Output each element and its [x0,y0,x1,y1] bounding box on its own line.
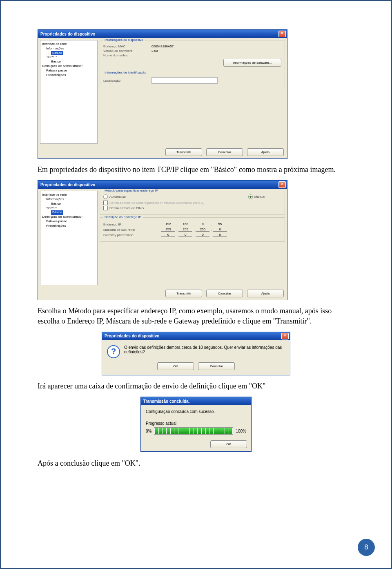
ip-octet[interactable]: 0 [196,222,209,226]
tree-item[interactable]: Básico [41,51,96,56]
transmit-button[interactable]: Transmitir [165,148,202,156]
mask-octet[interactable]: 255 [178,228,192,232]
titlebar: Propriedades do dispositivo × [38,30,287,38]
tree-item[interactable]: Predefinições [41,224,96,228]
transmit-button[interactable]: Transmitir [165,290,202,297]
tree-item[interactable]: Informações [41,47,96,51]
subnet-mask-row: Máscara de sub-rede: 255. 255. 255. 0 [103,228,281,232]
device-properties-window-2: Propriedades do dispositivo × Interface … [38,180,287,300]
hw-label: Versão do hardware: [103,49,148,53]
ip-method-group: Método para especificar endereço IP Auto… [100,191,285,215]
tree-item[interactable]: Definições de administrador [41,64,96,69]
pct-0: 0% [146,429,151,433]
ip-address-row: Endereço IP: 192. 168. 0. 55 [103,222,281,226]
tree-item[interactable]: TCP/IP [41,55,96,60]
document-page: Propriedades do dispositivo × Interface … [0,0,392,569]
question-icon: ? [107,345,120,358]
content-pane: Informações do dispositivo Endereço MAC:… [100,40,285,144]
software-info-button[interactable]: Informações de software... [223,59,281,67]
tree-item[interactable]: Palavra-passe [41,219,96,224]
paragraph-4: Após a conclusão clique em "OK". [38,458,354,468]
cancel-button[interactable]: Cancelar [198,362,235,370]
page-number-badge: 8 [358,539,375,556]
gw-octet[interactable]: 0 [161,233,175,237]
window-title: Propriedades do dispositivo [40,183,95,187]
mask-label: Máscara de sub-rede: [103,228,160,232]
ok-button[interactable]: OK [210,440,247,448]
ip-octet[interactable]: 192 [161,222,175,226]
help-button[interactable]: Ajuda [247,148,284,156]
device-properties-window-1: Propriedades do dispositivo × Interface … [38,29,287,159]
confirm-message: O envio das definições demora cerca de 1… [124,345,285,358]
button-row: Transmitir Cancelar Ajuda [38,146,287,158]
transmission-message: Configuração concluída com sucesso. [146,409,246,414]
gw-octet[interactable]: 0 [178,233,192,237]
dialog-title: Transmissão concluída. [143,399,189,404]
window-title: Propriedades do dispositivo [40,32,95,36]
mac-label: Endereço MAC: [103,45,148,48]
checkbox-apipa: Defina através do Endereçamento IP Priva… [103,201,205,205]
gateway-row: Gateway predefinido: 0. 0. 0. 0 [103,233,281,237]
progress-label: Progresso actual [146,421,246,426]
model-label: Nome do modelo: [103,54,148,57]
device-info-group: Informações do dispositivo Endereço MAC:… [100,40,285,70]
ip-label: Endereço IP: [103,223,160,226]
nav-tree[interactable]: Interface de rede Informações Básico TCP… [40,191,98,285]
cancel-button[interactable]: Cancelar [206,290,243,297]
mask-octet[interactable]: 0 [213,228,227,232]
group-legend: Definição do endereço IP [103,215,143,219]
titlebar: Propriedades do dispositivo × [102,332,290,340]
tree-item[interactable]: Predefinições [41,73,96,78]
close-icon[interactable]: × [278,31,286,37]
tree-item[interactable]: Informações [41,197,96,202]
mask-octet[interactable]: 255 [196,228,209,232]
location-input[interactable] [151,77,218,84]
tree-item[interactable]: Palavra-passe [41,69,96,73]
radio-manual[interactable]: Manual [248,194,265,199]
gateway-label: Gateway predefinido: [103,233,160,237]
radio-automatic[interactable]: Automático [103,194,126,199]
tree-item[interactable]: Interface de rede [41,193,96,197]
gw-octet[interactable]: 0 [196,233,209,237]
identification-group: Informações de identificação Localização… [100,73,285,88]
tree-item[interactable]: Básico [41,210,96,215]
mask-octet[interactable]: 255 [161,228,175,232]
tree-item[interactable]: Definições de administrador [41,215,96,219]
group-legend: Método para especificar endereço IP [103,189,159,192]
close-icon[interactable]: × [278,181,286,188]
paragraph-1: Em propriedades do dispositivo no item T… [38,165,354,174]
tree-item[interactable]: TCP/IP [41,206,96,211]
tree-item[interactable]: Interface de rede [41,42,96,47]
dialog-title: Propriedades do dispositivo [105,334,159,338]
tree-item[interactable]: Básico [41,60,96,64]
gw-octet[interactable]: 0 [213,233,227,237]
button-row: Transmitir Cancelar Ajuda [38,287,287,300]
pct-100: 100% [236,429,246,433]
group-legend: Informações do dispositivo [103,38,145,42]
content-pane: Método para especificar endereço IP Auto… [100,191,285,285]
titlebar: Propriedades do dispositivo × [38,181,287,189]
hw-value: 2.00 [151,49,158,53]
help-button[interactable]: Ajuda [247,290,284,297]
mac-value: 000048186A57 [151,45,174,48]
confirm-dialog: Propriedades do dispositivo × ? O envio … [102,332,290,375]
titlebar: Transmissão concluída. [141,397,251,405]
transmission-dialog: Transmissão concluída. Configuração conc… [140,397,252,452]
paragraph-3: Irá aparecer uma caixa de confirmação de… [38,381,354,391]
tree-item[interactable]: Básico [41,202,96,206]
paragraph-2: Escolha o Método para especificar endere… [38,306,354,326]
cancel-button[interactable]: Cancelar [206,148,243,156]
group-legend: Informações de identificação [103,71,147,74]
ip-octet[interactable]: 55 [213,222,227,226]
nav-tree[interactable]: Interface de rede Informações Básico TCP… [40,40,98,144]
location-label: Localização: [103,79,148,83]
checkbox-ping[interactable]: Defina através de PING [103,206,144,210]
ip-definition-group: Definição do endereço IP Endereço IP: 19… [100,217,285,242]
progress-bar [154,427,233,435]
close-icon[interactable]: × [281,333,289,339]
ok-button[interactable]: OK [157,362,194,370]
ip-octet[interactable]: 168 [178,222,192,226]
